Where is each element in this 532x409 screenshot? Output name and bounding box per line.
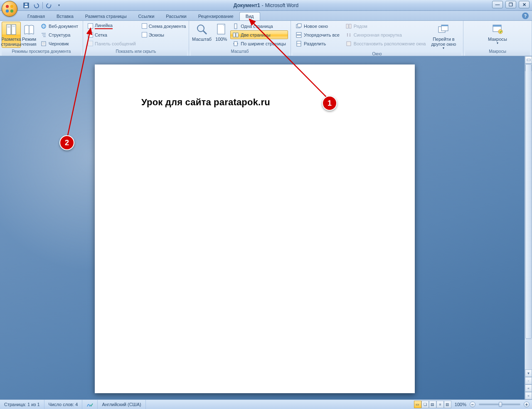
scroll-down-icon[interactable]: ▼ [525, 369, 532, 377]
separator [42, 2, 43, 9]
view-draft-icon[interactable]: ▥ [444, 401, 451, 408]
thumbnails-checkbox[interactable]: Эскизы [140, 30, 188, 39]
app-name: Microsoft Word [265, 2, 298, 8]
zoom-in-button[interactable]: + [524, 402, 530, 407]
svg-point-3 [10, 10, 13, 12]
switch-windows-label: Перейти в другое окно [430, 37, 457, 47]
new-window-button[interactable]: Новое окно [293, 22, 342, 30]
scroll-thumb[interactable] [525, 64, 532, 339]
tab-review[interactable]: Рецензирование [192, 12, 239, 20]
ruler-checkbox[interactable]: Линейка [86, 22, 138, 30]
group-zoom: Масштаб 100% Одна страница Две страницы … [189, 21, 291, 56]
status-language[interactable]: Английский (США) [98, 400, 145, 409]
tab-page-layout[interactable]: Разметка страницы [79, 12, 133, 20]
chevron-down-icon: ▾ [497, 42, 498, 45]
zoom-100-button[interactable]: 100% [213, 22, 229, 43]
checkbox-icon [88, 41, 93, 46]
ruler-toggle-icon[interactable] [525, 56, 532, 64]
split-button[interactable]: Разделить [293, 39, 342, 48]
svg-rect-24 [233, 33, 235, 37]
callout-1: 1 [322, 96, 337, 111]
document-map-checkbox[interactable]: Схема документа [140, 22, 188, 30]
zoom-icon [195, 23, 209, 36]
gridlines-checkbox[interactable]: Сетка [86, 30, 138, 39]
page-width-icon [232, 40, 239, 47]
help-icon[interactable]: ? [522, 12, 529, 19]
view-web-icon[interactable]: ▤ [429, 401, 436, 408]
sync-scroll-button: Синхронная прокрутка [343, 30, 428, 39]
tab-view[interactable]: Вид [239, 12, 260, 20]
two-pages-button[interactable]: Две страницы [230, 30, 288, 39]
svg-rect-35 [347, 42, 351, 46]
close-button[interactable]: ✕ [519, 1, 530, 8]
macros-icon [491, 23, 504, 36]
web-layout-button[interactable]: Веб-документ [38, 22, 80, 30]
zoom-100-label: 100% [215, 37, 227, 42]
arrange-all-button[interactable]: Упорядочить все [293, 30, 342, 39]
status-proofing-icon[interactable] [82, 400, 98, 409]
view-print-layout-icon[interactable]: ▭ [414, 401, 421, 408]
switch-windows-button[interactable]: Перейти в другое окно ▾ [429, 22, 458, 52]
outline-button[interactable]: Структура [38, 30, 80, 39]
status-words[interactable]: Число слов: 4 [44, 400, 83, 409]
side-by-side-button: Рядом [343, 22, 428, 30]
svg-point-12 [42, 24, 46, 28]
print-layout-button[interactable]: Разметка страницы [2, 22, 21, 48]
prev-page-icon[interactable]: « [525, 384, 532, 392]
quick-access-toolbar: ▾ [22, 0, 64, 10]
svg-point-2 [6, 10, 9, 12]
macros-button[interactable]: Макросы ▾ [486, 22, 509, 47]
svg-rect-26 [234, 42, 237, 46]
zoom-button[interactable]: Масштаб [191, 22, 213, 43]
svg-rect-33 [346, 24, 348, 28]
svg-rect-30 [296, 35, 301, 37]
minimize-button[interactable]: — [492, 1, 503, 8]
svg-rect-42 [527, 59, 530, 61]
vertical-scrollbar[interactable]: ▲ ▼ ◦ « » [525, 56, 532, 399]
zoom-slider-thumb[interactable] [499, 402, 502, 407]
checkbox-icon [88, 23, 93, 29]
new-window-icon [296, 23, 302, 30]
view-outline-icon[interactable]: ≡ [436, 401, 444, 408]
zoom-out-button[interactable]: − [470, 402, 475, 407]
zoom-percent[interactable]: 100% [452, 402, 469, 407]
next-page-icon[interactable]: » [525, 392, 532, 399]
svg-rect-28 [298, 24, 301, 27]
maximize-button[interactable]: ❐ [505, 1, 516, 8]
svg-rect-38 [441, 25, 448, 26]
browse-object-icon[interactable]: ◦ [525, 377, 532, 384]
tab-mailings[interactable]: Рассылки [160, 12, 192, 20]
reading-mode-button[interactable]: Режим чтения [21, 22, 37, 48]
document-page[interactable]: Урок для сайта paratapok.ru [95, 64, 415, 393]
status-page[interactable]: Страница: 1 из 1 [0, 400, 44, 409]
tab-insert[interactable]: Вставка [51, 12, 79, 20]
svg-point-13 [43, 24, 44, 28]
page-width-button[interactable]: По ширине страницы [230, 39, 288, 48]
one-page-button[interactable]: Одна страница [230, 22, 288, 30]
zoom-slider[interactable] [479, 404, 520, 405]
group-label-window: Окно [293, 52, 461, 56]
print-layout-icon [5, 23, 18, 36]
checkbox-icon [88, 32, 93, 37]
svg-rect-23 [234, 24, 237, 29]
qat-customize-icon[interactable]: ▾ [54, 1, 64, 10]
tab-references[interactable]: Ссылки [133, 12, 160, 20]
office-button[interactable] [2, 1, 17, 17]
window-title: Документ1 - Microsoft Word [234, 2, 298, 8]
redo-icon[interactable] [44, 1, 54, 10]
one-page-icon [232, 23, 239, 30]
side-by-side-icon [345, 23, 352, 30]
group-macros: Макросы ▾ Макросы [463, 21, 532, 56]
save-icon[interactable] [22, 1, 31, 10]
undo-icon[interactable] [32, 1, 41, 10]
reading-mode-icon [22, 23, 36, 36]
draft-button[interactable]: Черновик [38, 39, 80, 48]
document-body-text[interactable]: Урок для сайта paratapok.ru [141, 97, 270, 108]
group-label-macros: Макросы [465, 49, 530, 56]
view-reading-icon[interactable]: ❏ [421, 401, 429, 408]
print-layout-label: Разметка страницы [1, 37, 21, 47]
reset-position-button: Восстановить расположение окна [343, 39, 428, 48]
group-label-views: Режимы просмотра документа [2, 49, 81, 56]
group-label-showhide: Показать или скрыть [85, 49, 187, 56]
tab-home[interactable]: Главная [22, 12, 51, 20]
